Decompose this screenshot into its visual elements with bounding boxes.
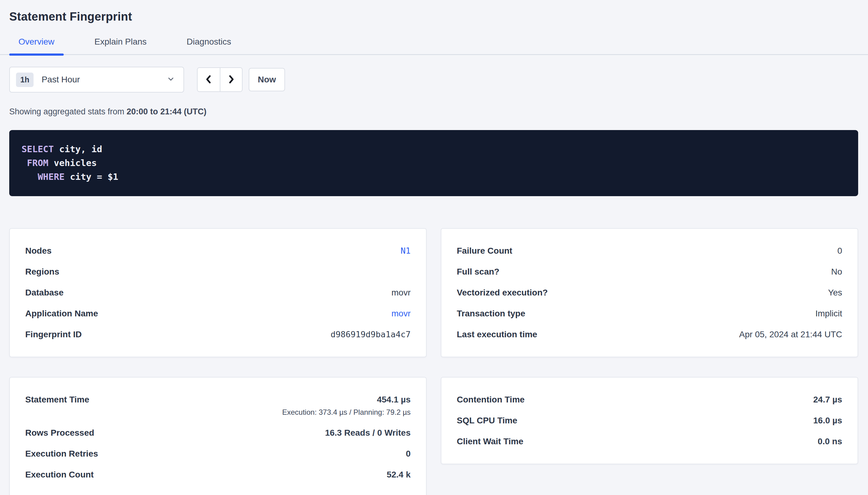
sql-text: [21, 172, 37, 182]
metric-label: Contention Time: [457, 394, 524, 405]
metric-row: Failure Count0: [457, 240, 842, 261]
metric-value-group: N1: [400, 246, 411, 256]
metric-label: Fingerprint ID: [25, 329, 82, 340]
time-range-step-group: [197, 67, 243, 92]
metric-label: Rows Processed: [25, 428, 94, 438]
metric-subvalue: Execution: 373.4 µs / Planning: 79.2 µs: [282, 407, 411, 417]
page-title: Statement Fingerprint: [9, 10, 858, 23]
metric-value-group: 16.3 Reads / 0 Writes: [325, 428, 411, 438]
metric-value: 0: [406, 449, 411, 458]
metric-value: No: [831, 267, 842, 276]
time-range-picker[interactable]: 1h Past Hour: [9, 67, 184, 92]
sql-keyword: SELECT: [21, 144, 54, 154]
metric-value-group: 0: [837, 246, 842, 256]
metric-value: 16.3 Reads / 0 Writes: [325, 428, 411, 438]
metric-row: Client Wait Time0.0 ns: [457, 431, 842, 452]
tab-diagnostics[interactable]: Diagnostics: [177, 37, 241, 54]
metric-label: Full scan?: [457, 267, 499, 277]
time-range-label: Past Hour: [42, 75, 80, 85]
statement-details-card: NodesN1RegionsDatabasemovrApplication Na…: [9, 228, 427, 357]
sql-text: [21, 158, 27, 168]
metric-row: Databasemovr: [25, 282, 411, 303]
metric-row: Application Namemovr: [25, 303, 411, 324]
time-controls: 1h Past Hour: [9, 67, 858, 92]
metric-row: Regions: [25, 261, 411, 282]
prev-range-button[interactable]: [198, 68, 220, 91]
statement-fingerprint-page: Statement Fingerprint Overview Explain P…: [0, 0, 868, 495]
aggregated-stats-range: 20:00 to 21:44 (UTC): [127, 107, 207, 116]
statement-times-card: Statement Time454.1 µsExecution: 373.4 µ…: [9, 377, 427, 495]
tab-overview[interactable]: Overview: [9, 37, 64, 54]
tab-bar: Overview Explain Plans Diagnostics: [0, 37, 868, 55]
summary-cards: NodesN1RegionsDatabasemovrApplication Na…: [9, 228, 858, 495]
sql-text: city = $1: [65, 172, 118, 182]
metric-value-group: movr: [392, 288, 411, 298]
tab-explain-plans[interactable]: Explain Plans: [85, 37, 156, 54]
metric-label: Database: [25, 288, 64, 298]
chevron-left-icon: [203, 73, 214, 86]
metric-value: movr: [392, 288, 411, 297]
next-range-button[interactable]: [220, 68, 242, 91]
metric-value-group: 0.0 ns: [818, 436, 842, 447]
metric-label: Statement Time: [25, 394, 89, 405]
metric-row: Fingerprint IDd986919d9ba1a4c7: [25, 324, 411, 345]
metric-label: Execution Retries: [25, 448, 98, 459]
metric-value-group: 0: [406, 448, 411, 459]
metric-value: 454.1 µs: [377, 395, 411, 404]
execution-attributes-card: Failure Count0Full scan?NoVectorized exe…: [441, 228, 858, 357]
metric-row: NodesN1: [25, 240, 411, 261]
metric-row: Full scan?No: [457, 261, 842, 282]
metric-row: Contention Time24.7 µs: [457, 389, 842, 410]
metric-row: Rows Processed16.3 Reads / 0 Writes: [25, 423, 411, 443]
metric-value-link[interactable]: N1: [400, 246, 411, 256]
metric-row: Execution Count52.4 k: [25, 464, 411, 485]
metric-row: Last execution timeApr 05, 2024 at 21:44…: [457, 324, 842, 345]
metric-value-link[interactable]: movr: [392, 309, 411, 318]
metric-value: 52.4 k: [387, 470, 411, 479]
metric-row: Execution Retries0: [25, 443, 411, 464]
metric-row: Transaction typeImplicit: [457, 303, 842, 324]
aggregated-stats-prefix: Showing aggregated stats from: [9, 107, 127, 116]
metric-label: Vectorized execution?: [457, 288, 548, 298]
metric-label: Regions: [25, 267, 59, 277]
metric-value: d986919d9ba1a4c7: [331, 329, 411, 339]
metric-value-group: No: [831, 267, 842, 277]
sql-text: city, id: [54, 144, 102, 154]
metric-label: Nodes: [25, 246, 52, 256]
sql-statement: SELECT city, id FROM vehicles WHERE city…: [21, 142, 846, 184]
metric-value-group: d986919d9ba1a4c7: [331, 329, 411, 340]
metric-value-group: Apr 05, 2024 at 21:44 UTC: [739, 329, 842, 340]
metric-label: SQL CPU Time: [457, 415, 518, 426]
metric-value-group: 16.0 µs: [813, 415, 842, 426]
metric-row: Vectorized execution?Yes: [457, 282, 842, 303]
metric-value: Implicit: [815, 309, 842, 318]
metric-label: Transaction type: [457, 308, 525, 319]
metric-label: Execution Count: [25, 470, 94, 480]
metric-value-group: Yes: [828, 288, 842, 298]
metric-value: 24.7 µs: [813, 395, 842, 404]
time-range-badge: 1h: [16, 72, 34, 87]
sql-statement-box: SELECT city, id FROM vehicles WHERE city…: [9, 130, 858, 196]
now-button[interactable]: Now: [249, 68, 285, 91]
sql-text: vehicles: [48, 158, 97, 168]
metric-label: Last execution time: [457, 329, 537, 340]
metric-value: 0: [837, 246, 842, 256]
metric-value-group: Implicit: [815, 308, 842, 319]
metric-value-group: 52.4 k: [387, 470, 411, 480]
chevron-right-icon: [226, 73, 237, 86]
metric-row: SQL CPU Time16.0 µs: [457, 410, 842, 431]
metric-label: Client Wait Time: [457, 436, 523, 447]
metric-row: Statement Time454.1 µsExecution: 373.4 µ…: [25, 389, 411, 423]
chevron-down-icon: [166, 74, 176, 85]
metric-label: Application Name: [25, 308, 98, 319]
sql-keyword: WHERE: [37, 172, 64, 182]
metric-value: Apr 05, 2024 at 21:44 UTC: [739, 329, 842, 339]
metric-value-group: 24.7 µs: [813, 394, 842, 405]
aggregated-stats-line: Showing aggregated stats from 20:00 to 2…: [9, 107, 858, 117]
metric-value-group: 454.1 µsExecution: 373.4 µs / Planning: …: [282, 394, 411, 417]
metric-value: 0.0 ns: [818, 437, 842, 446]
metric-value: 16.0 µs: [813, 416, 842, 425]
metric-value-group: movr: [392, 308, 411, 319]
wait-times-card: Contention Time24.7 µsSQL CPU Time16.0 µ…: [441, 377, 858, 464]
metric-value: Yes: [828, 288, 842, 297]
